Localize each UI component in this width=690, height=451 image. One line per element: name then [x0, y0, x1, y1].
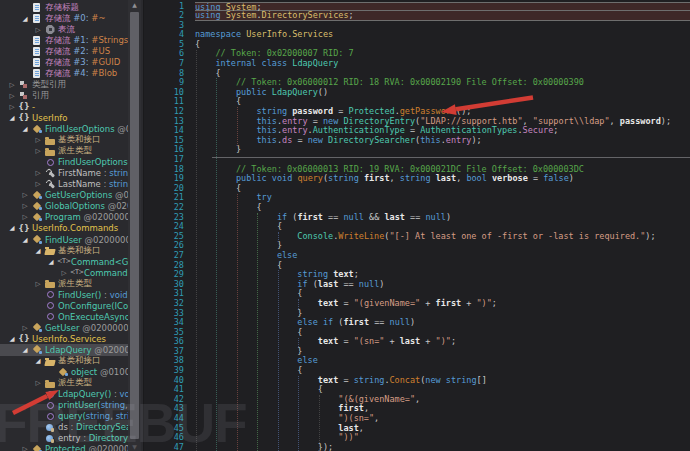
tree-item[interactable]: OnConfigure(IComm	[0, 300, 128, 311]
tree-item[interactable]: object @0100001	[0, 367, 128, 378]
collapse-icon[interactable]: ◢	[19, 15, 31, 23]
expand-icon[interactable]: ▷	[32, 26, 44, 34]
expand-icon[interactable]: ▷	[32, 180, 44, 188]
code-line: 29string text;	[144, 270, 690, 280]
expand-icon[interactable]: ▷	[32, 136, 44, 144]
tree-item[interactable]: ▷FirstName : string @	[0, 168, 128, 179]
class-icon	[31, 344, 43, 355]
tree-item[interactable]: 存储标题	[0, 2, 128, 13]
code-text: else	[195, 356, 690, 366]
tree-item[interactable]: ▷基类和接口	[0, 135, 128, 146]
tree-item[interactable]: ◢存储流 #0: #~	[0, 13, 128, 24]
tree-scrollbar[interactable]: ▲ ▼	[128, 0, 141, 451]
code-text: }	[195, 145, 690, 155]
expand-icon[interactable]: ▷	[19, 324, 31, 332]
tree-item[interactable]: ▷派生类型	[0, 378, 128, 389]
indent-guide	[237, 107, 238, 146]
tree-item[interactable]: 存储流 #1: #Strings	[0, 35, 128, 46]
scrollbar-thumb[interactable]	[130, 12, 139, 439]
class-icon	[57, 367, 69, 378]
indent-guide	[278, 232, 279, 242]
expand-icon[interactable]: ▷	[19, 191, 31, 199]
prop-icon	[44, 168, 56, 179]
tree-item[interactable]: ▷<T>Command<T	[0, 267, 128, 278]
expand-icon[interactable]: ▷	[32, 147, 44, 155]
code-line: 15this.ds = new DirectorySearcher(this.e…	[144, 136, 690, 146]
code-text: text = "(givenName=" + first + ")";	[195, 299, 690, 309]
expand-icon[interactable]: ▷	[19, 213, 31, 221]
collapse-icon[interactable]: ◢	[6, 224, 18, 232]
tree-item[interactable]: OnExecuteAsync(Glo	[0, 311, 128, 322]
class-icon	[31, 322, 43, 333]
tree-view: 存储标题◢存储流 #0: #~▷表流存储流 #1: #Strings存储流 #2…	[0, 2, 128, 451]
tree-item[interactable]: 存储流 #3: #GUID	[0, 57, 128, 68]
tree-item-label: UserInfo.Commands	[32, 223, 118, 233]
tree-item[interactable]: ▷派生类型	[0, 278, 128, 289]
collapse-icon[interactable]: ◢	[19, 236, 31, 244]
expand-icon[interactable]: ▷	[19, 445, 31, 451]
tree-item[interactable]: ▷GetUserOptions @0200	[0, 190, 128, 201]
tree-item[interactable]: 存储流 #2: #US	[0, 46, 128, 57]
tree-item[interactable]: entry : DirectoryEntr	[0, 433, 128, 444]
code-line: 36text = "(sn=" + last + ")";	[144, 337, 690, 347]
expand-icon[interactable]: ▷	[6, 92, 18, 100]
generic-icon: <T>	[70, 267, 82, 278]
collapse-icon[interactable]: ◢	[32, 357, 44, 365]
tree-item[interactable]: FindUserOptions() :	[0, 157, 128, 168]
expand-icon[interactable]: ▷	[6, 81, 18, 89]
code-line: 33}	[144, 309, 690, 319]
collapse-icon[interactable]: ◢	[32, 247, 44, 255]
tree-item[interactable]: query(string, string,	[0, 411, 128, 422]
tree-item[interactable]: ds : DirectorySearch	[0, 422, 128, 433]
expand-icon[interactable]: ▷	[32, 169, 44, 177]
code-line: 30if (last == null)	[144, 280, 690, 290]
collapse-icon[interactable]: ◢	[6, 335, 18, 343]
tree-item[interactable]: ◢FindUserOptions @020	[0, 124, 128, 135]
expand-icon[interactable]: ▷	[32, 280, 44, 288]
collapse-icon[interactable]: ◢	[45, 258, 57, 266]
tree-item[interactable]: ◢{}UserInfo	[0, 112, 128, 123]
tree-item[interactable]: 存储流 #4: #Blob	[0, 68, 128, 79]
code-line: 9// Token: 0x06000012 RID: 18 RVA: 0x000…	[144, 78, 690, 88]
expand-icon[interactable]: ▷	[6, 103, 18, 111]
tree-item[interactable]: ▷GlobalOptions @02000	[0, 201, 128, 212]
tree-item[interactable]: ▷引用	[0, 90, 128, 101]
scroll-down-icon[interactable]: ▼	[128, 443, 141, 450]
indent-guide	[298, 376, 299, 451]
tree-item-label: FindUserOptions() :	[58, 157, 128, 167]
code-line: 42"(&(givenName=",	[144, 395, 690, 405]
expand-icon[interactable]: ▷	[19, 202, 31, 210]
tree-item[interactable]: ◢{}UserInfo.Services	[0, 333, 128, 344]
tree-item-label: FindUser() : void @0	[58, 290, 128, 300]
collapse-icon[interactable]: ◢	[19, 125, 31, 133]
collapse-icon[interactable]: ◢	[6, 114, 18, 122]
expand-icon[interactable]: ▷	[32, 379, 44, 387]
tree-item[interactable]: ◢基类和接口	[0, 356, 128, 367]
code-line: 4namespace UserInfo.Services	[144, 30, 690, 40]
tree-item[interactable]: ◢LdapQuery @02000007	[0, 344, 128, 355]
tree-item[interactable]: ▷Protected @02000006	[0, 444, 128, 451]
tree-item[interactable]: printUser(string, bo	[0, 400, 128, 411]
tree-item[interactable]: ▷派生类型	[0, 146, 128, 157]
tree-item-label: LastName : string @	[58, 179, 128, 189]
code-line: 27else	[144, 251, 690, 261]
tree-item[interactable]: ◢基类和接口	[0, 245, 128, 256]
tree-item[interactable]: ▷GetUser @02000009	[0, 322, 128, 333]
tree-item[interactable]: ▷LastName : string @	[0, 179, 128, 190]
tree-item[interactable]: LdapQuery() : void (	[0, 389, 128, 400]
tree-item[interactable]: ▷类型引用	[0, 79, 128, 90]
tree-item[interactable]: ▷Program @02000002	[0, 212, 128, 223]
tree-item[interactable]: FindUser() : void @0	[0, 289, 128, 300]
code-text: else	[195, 251, 690, 261]
tree-item[interactable]: ◢FindUser @02000008	[0, 234, 128, 245]
method-icon	[44, 157, 56, 168]
tree-item[interactable]: ◢{}UserInfo.Commands	[0, 223, 128, 234]
tree-item[interactable]: ▷表流	[0, 24, 128, 35]
code-editor[interactable]: 1using System;2using System.DirectorySer…	[144, 0, 690, 451]
line-number: 47	[144, 443, 191, 451]
scroll-up-icon[interactable]: ▲	[128, 1, 141, 8]
tree-item[interactable]: ▷{}-	[0, 101, 128, 112]
collapse-icon[interactable]: ◢	[19, 346, 31, 354]
expand-icon[interactable]: ▷	[58, 269, 70, 277]
tree-item[interactable]: ◢<T>Command<Glob	[0, 256, 128, 267]
